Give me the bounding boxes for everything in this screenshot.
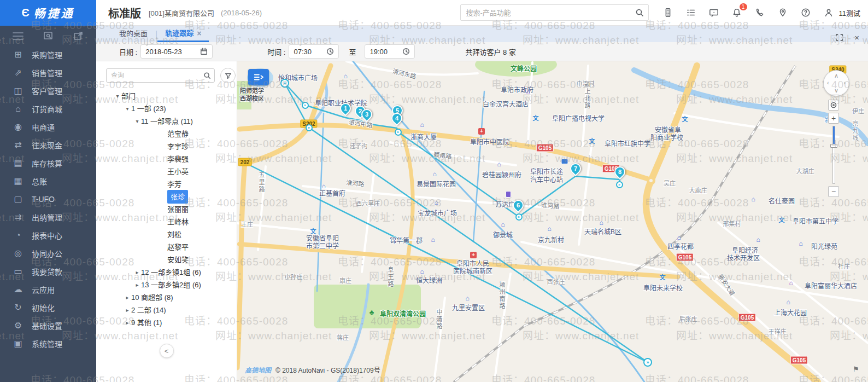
message-icon[interactable] (709, 8, 719, 18)
tree-node-李裴强[interactable]: 李裴强 (96, 153, 237, 165)
doc-search-icon[interactable] (43, 31, 54, 41)
time-to-picker[interactable] (365, 44, 415, 59)
close-all-icon[interactable]: × (854, 33, 859, 42)
sidebar-item-采购管理[interactable]: ⊞采购管理 (0, 45, 96, 63)
sidebar-item-出纳管理[interactable]: ⇉出纳管理 (0, 208, 96, 226)
pan-left-icon[interactable]: ‹ (827, 80, 829, 86)
sidebar-item-T-UFO[interactable]: ▢T-UFO (0, 190, 96, 208)
chevron-right-icon[interactable]: ▸ (133, 279, 141, 291)
clock-icon[interactable] (402, 48, 410, 55)
company-name[interactable]: [001]某商贸有限公司 (149, 8, 214, 18)
sidebar-item-电商通[interactable]: ◉电商通 (0, 118, 96, 136)
chevron-right-icon[interactable]: ▸ (124, 291, 131, 304)
trajectory-map[interactable]: 怡和城市广场清河东路阳师范学西湖校区阜阳职业技术学院文峰公园阜阳市政府中清村白金… (237, 61, 868, 382)
current-user[interactable]: 11测试 (839, 8, 861, 18)
sidebar-item-客户管理[interactable]: ◫客户管理 (0, 82, 96, 100)
search-icon[interactable] (631, 8, 648, 17)
tree-node-李宇珍[interactable]: 李宇珍 (96, 140, 237, 153)
sidebar-item-基础设置[interactable]: ⚙基础设置 (0, 316, 96, 334)
chevron-right-icon[interactable]: ▸ (124, 304, 131, 316)
tree-search[interactable] (106, 68, 215, 83)
tree-node-王峰林[interactable]: 王峰林 (96, 216, 237, 228)
tree-node-安如笑[interactable]: 安如笑 (96, 253, 237, 266)
sidebar-item-系统管理[interactable]: ▣系统管理 (0, 334, 96, 352)
route-waypoint-marker[interactable]: » (306, 124, 313, 131)
bell-icon[interactable]: 1 (732, 8, 742, 18)
search-icon[interactable] (200, 72, 214, 79)
chanjet-logo[interactable]: Є 畅捷通 (0, 0, 96, 26)
sidebar-item-云应用[interactable]: ☁云应用 (0, 280, 96, 298)
tree-node-13 一部乡镇2组 (6)[interactable]: ▸13 一部乡镇2组 (6) (96, 279, 237, 291)
tree-node-张珍[interactable]: 张珍 (96, 190, 237, 203)
map-scale-icon[interactable]: ⚑ (853, 365, 859, 373)
tasklist-icon[interactable] (686, 8, 696, 18)
pan-right-icon[interactable]: › (843, 80, 846, 86)
sidebar-item-初始化[interactable]: ↻初始化 (0, 298, 96, 316)
clock-icon[interactable] (326, 48, 334, 55)
tree-node-刘松[interactable]: 刘松 (96, 228, 237, 241)
chevron-right-icon[interactable]: ▸ (133, 266, 141, 279)
user-icon[interactable] (824, 8, 834, 18)
chevron-right-icon[interactable]: ▸ (124, 316, 131, 329)
tree-node-王小英[interactable]: 王小英 (96, 165, 237, 178)
menu-icon[interactable] (12, 31, 24, 41)
sidebar-item-销售管理[interactable]: ⇗销售管理 (0, 63, 96, 82)
panel-toggle-button[interactable] (248, 69, 269, 85)
route-endpoint-marker[interactable]: » (280, 79, 289, 88)
tree-node-张丽丽[interactable]: 张丽丽 (96, 203, 237, 216)
zoom-slider-handle[interactable] (830, 144, 837, 148)
sidebar-item-往来现金[interactable]: ⇄往来现金 (0, 136, 96, 154)
date-picker[interactable] (140, 44, 213, 59)
tree-node-李芳[interactable]: 李芳 (96, 178, 237, 190)
tab-我的桌面[interactable]: 我的桌面 (112, 26, 155, 42)
tree-node-2 二部 (14)[interactable]: ▸2 二部 (14) (96, 304, 237, 316)
sidebar-item-库存核算[interactable]: ▤库存核算 (0, 154, 96, 172)
calendar-icon[interactable] (200, 48, 208, 55)
chevron-down-icon[interactable]: ▾ (124, 102, 131, 115)
zoom-in-button[interactable]: + (828, 113, 839, 124)
calculator-icon[interactable] (663, 8, 673, 18)
product-search-input[interactable] (461, 9, 631, 17)
product-search[interactable] (460, 4, 649, 21)
filter-funnel-button[interactable] (220, 68, 236, 83)
locate-button[interactable] (828, 100, 839, 111)
chevron-down-icon[interactable]: ▾ (133, 115, 141, 128)
phone-icon[interactable] (755, 8, 765, 18)
help-icon[interactable] (801, 8, 811, 18)
tab-close-icon[interactable]: × (197, 26, 201, 41)
tree-node-12 一部乡镇1组 (6)[interactable]: ▸12 一部乡镇1组 (6) (96, 266, 237, 279)
map-pan-compass[interactable]: ∧ ∨ ‹ › (823, 70, 849, 96)
fullscreen-icon[interactable] (835, 33, 843, 42)
sidebar-item-订货商城[interactable]: ⌂订货商城 (0, 100, 96, 118)
time-from-input[interactable] (294, 48, 322, 56)
sidebar-item-报表中心[interactable]: ◔报表中心 (0, 226, 96, 244)
tab-轨迹跟踪[interactable]: 轨迹跟踪× (157, 26, 209, 42)
route-endpoint-marker[interactable]: » (643, 358, 652, 367)
tree-node-部门[interactable]: ▾部门 (96, 90, 237, 102)
tree-node-范宝静[interactable]: 范宝静 (96, 128, 237, 140)
date-input[interactable] (145, 48, 196, 56)
zoom-slider[interactable] (832, 126, 835, 184)
tree-node-1 一部 (23)[interactable]: ▾1 一部 (23) (96, 102, 237, 115)
zoom-out-button[interactable]: − (828, 186, 839, 197)
tree-node-11 一部零点 (11)[interactable]: ▾11 一部零点 (11) (96, 115, 237, 128)
time-from-picker[interactable] (289, 44, 339, 59)
tree-node-9 其他 (1)[interactable]: ▸9 其他 (1) (96, 316, 237, 329)
tree-search-input[interactable] (107, 72, 200, 79)
pan-down-icon[interactable]: ∨ (834, 88, 838, 94)
tree-node-10 商超部 (8)[interactable]: ▸10 商超部 (8) (96, 291, 237, 304)
route-waypoint-marker[interactable]: » (515, 213, 523, 221)
sidebar-item-我要贷款[interactable]: ▭我要贷款 (0, 262, 96, 280)
route-waypoint-marker[interactable]: » (302, 102, 309, 109)
pan-up-icon[interactable]: ∧ (834, 73, 838, 79)
tree-node-赵黎平[interactable]: 赵黎平 (96, 241, 237, 253)
sidebar-item-协同办公[interactable]: ◎协同办公 (0, 244, 96, 262)
route-waypoint-marker[interactable]: » (616, 181, 623, 188)
external-window-icon[interactable] (73, 31, 84, 41)
collapse-panel-button[interactable]: < (160, 344, 174, 358)
chevron-down-icon[interactable]: ▾ (114, 90, 121, 102)
time-to-input[interactable] (370, 48, 398, 56)
location-icon[interactable] (778, 8, 788, 18)
route-waypoint-marker[interactable]: » (395, 129, 402, 136)
sidebar-item-总账[interactable]: ▦总账 (0, 172, 96, 190)
